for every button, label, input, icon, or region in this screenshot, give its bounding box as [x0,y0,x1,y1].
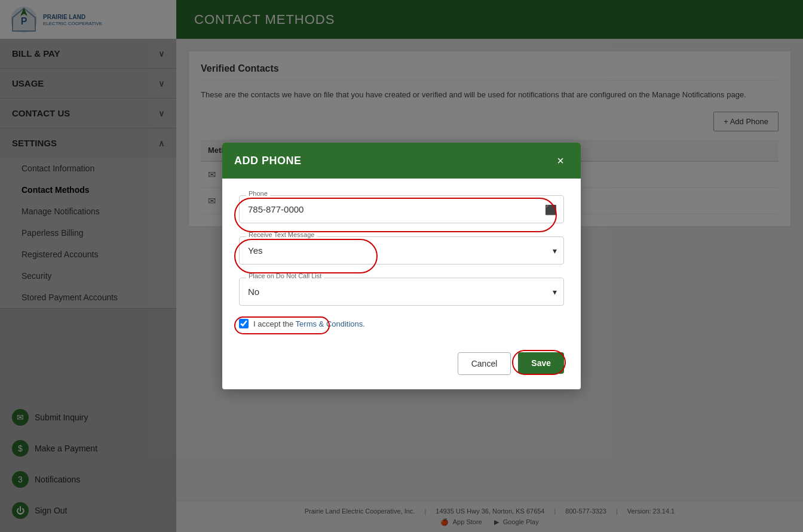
receive-text-select-wrapper: Yes No ▾ [239,236,564,265]
do-not-call-group: Place on Do Not Call List No Yes ▾ [239,278,564,306]
phone-input[interactable] [239,195,564,223]
modal-footer: Cancel Save [222,352,581,389]
do-not-call-select[interactable]: No Yes [239,278,564,306]
modal-title: ADD PHONE [234,155,302,167]
clear-phone-icon[interactable]: ⬛ [545,204,557,215]
receive-text-select[interactable]: Yes No [239,236,564,265]
modal-body: Phone ⬛ Receive Text Message Yes No ▾ [222,179,581,352]
terms-row: I accept the Terms & Conditions. [239,319,564,328]
save-button[interactable]: Save [518,352,564,374]
modal-header: ADD PHONE × [222,143,581,179]
modal-close-button[interactable]: × [552,152,569,169]
receive-text-group: Receive Text Message Yes No ▾ [239,236,564,265]
save-button-wrapper: Save [518,352,564,375]
cancel-button[interactable]: Cancel [458,352,511,375]
terms-checkbox[interactable] [239,319,249,328]
modal-overlay: ADD PHONE × Phone ⬛ Receive Text Message… [0,0,803,532]
terms-text: I accept the Terms & Conditions. [253,319,365,328]
add-phone-modal: ADD PHONE × Phone ⬛ Receive Text Message… [222,143,581,389]
phone-label: Phone [246,190,270,197]
do-not-call-select-wrapper: No Yes ▾ [239,278,564,306]
phone-field-group: Phone ⬛ [239,195,564,223]
terms-link[interactable]: Terms & Conditions. [296,319,365,328]
do-not-call-label: Place on Do Not Call List [246,272,324,279]
receive-text-label: Receive Text Message [246,231,317,238]
